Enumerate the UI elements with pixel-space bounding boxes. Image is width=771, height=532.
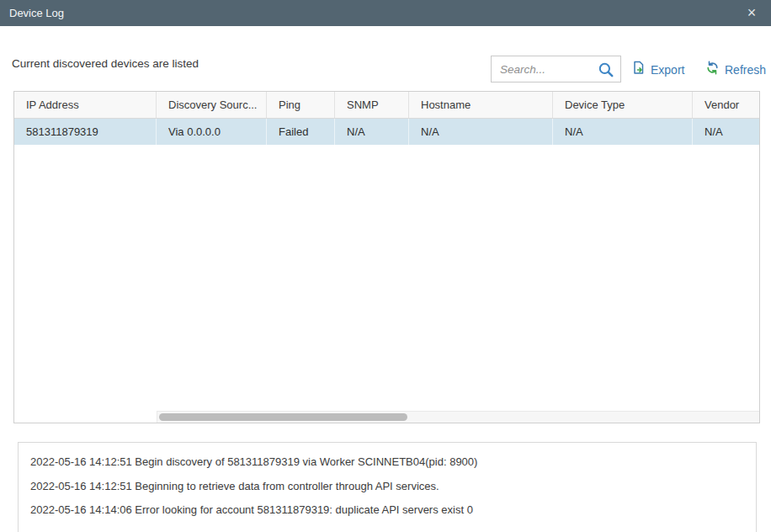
search-icon[interactable] <box>598 61 614 78</box>
device-log-dialog: Device Log × Current discovered devices … <box>0 0 771 532</box>
cell-discovery-source: Via 0.0.0.0 <box>157 119 267 145</box>
column-header-hostname[interactable]: Hostname <box>409 92 553 118</box>
cell-ping: Failed <box>267 119 335 145</box>
cell-vendor: N/A <box>693 119 759 145</box>
log-line: 2022-05-16 14:14:06 Error looking for ac… <box>30 498 744 523</box>
refresh-icon <box>705 61 720 78</box>
dialog-title: Device Log <box>9 0 64 26</box>
horizontal-scrollbar[interactable] <box>157 411 759 423</box>
column-header-discovery-source[interactable]: Discovery Sourc... <box>157 92 267 118</box>
title-bar: Device Log × <box>0 0 771 26</box>
search-box <box>491 56 621 82</box>
refresh-button[interactable]: Refresh <box>705 61 766 78</box>
table-header-row: IP Address Discovery Sourc... Ping SNMP … <box>14 92 759 119</box>
export-icon <box>632 61 646 78</box>
cell-ip-address: 581311879319 <box>14 119 157 145</box>
scrollbar-thumb[interactable] <box>159 413 407 421</box>
export-button[interactable]: Export <box>632 61 684 78</box>
device-table: IP Address Discovery Sourc... Ping SNMP … <box>13 91 760 423</box>
table-row[interactable]: 581311879319 Via 0.0.0.0 Failed N/A N/A … <box>14 119 759 145</box>
cell-hostname: N/A <box>409 119 553 145</box>
log-line: 2022-05-16 14:12:51 Beginning to retriev… <box>30 475 744 499</box>
column-header-device-type[interactable]: Device Type <box>553 92 693 118</box>
export-label: Export <box>651 63 684 77</box>
refresh-label: Refresh <box>725 63 766 77</box>
column-header-ping[interactable]: Ping <box>267 92 335 118</box>
log-line: 2022-05-16 14:12:51 Begin discovery of 5… <box>30 450 744 475</box>
cell-snmp: N/A <box>335 119 409 145</box>
search-input[interactable] <box>492 56 603 82</box>
column-header-ip-address[interactable]: IP Address <box>14 92 157 118</box>
discovery-log-panel: 2022-05-16 14:12:51 Begin discovery of 5… <box>18 442 757 532</box>
cell-device-type: N/A <box>553 119 693 145</box>
column-header-snmp[interactable]: SNMP <box>335 92 409 118</box>
column-header-vendor[interactable]: Vendor <box>693 92 759 118</box>
close-icon[interactable]: × <box>743 0 760 26</box>
subtitle-text: Current discovered devices are listed <box>12 57 199 70</box>
